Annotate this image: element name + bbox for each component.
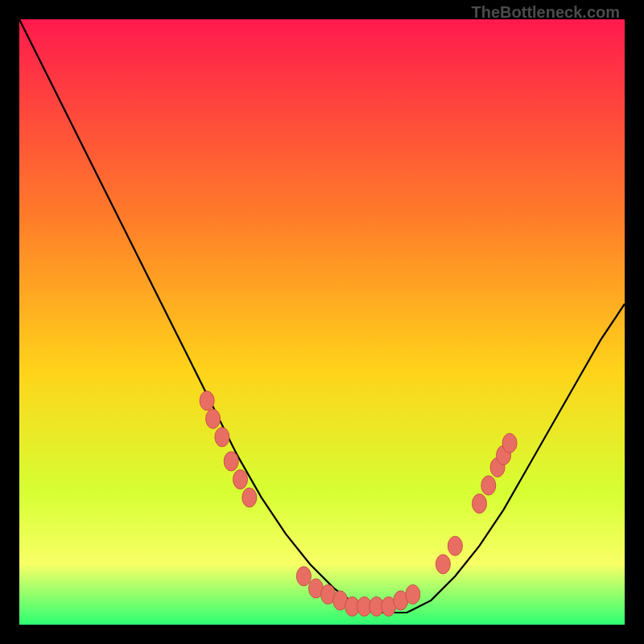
curve-marker — [436, 555, 450, 574]
bottleneck-chart — [19, 19, 625, 625]
curve-marker — [215, 427, 229, 447]
curve-marker — [233, 470, 248, 489]
curve-marker — [206, 409, 221, 428]
curve-marker — [473, 494, 487, 514]
curve-marker — [406, 584, 420, 604]
plot-frame — [19, 19, 625, 625]
curve-marker — [242, 488, 257, 507]
gradient-background — [19, 19, 625, 625]
curve-marker — [481, 476, 496, 495]
curve-marker — [502, 433, 517, 452]
curve-marker — [448, 536, 462, 555]
curve-marker — [224, 452, 238, 471]
curve-marker — [200, 391, 214, 411]
curve-marker — [296, 567, 311, 586]
